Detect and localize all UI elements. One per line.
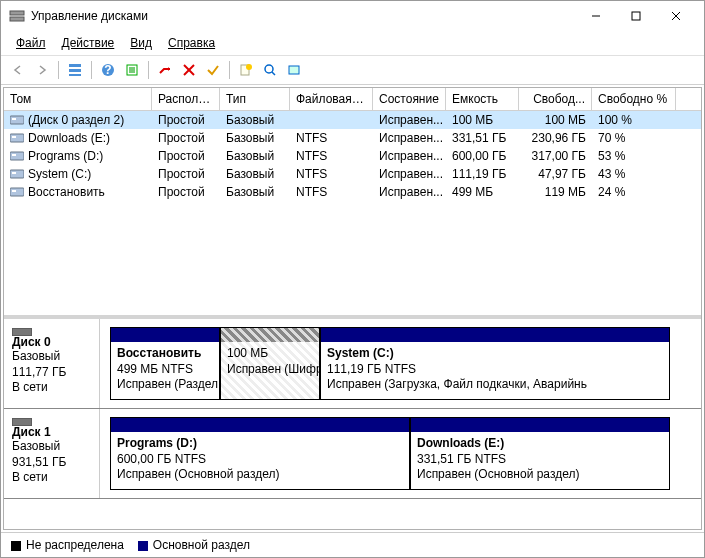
volume-state: Исправен... [373, 183, 446, 201]
disk-icon [12, 325, 32, 333]
drive-icon [10, 114, 24, 126]
col-capacity[interactable]: Емкость [446, 88, 519, 110]
partition-title: Downloads (E:) [417, 436, 504, 450]
volume-row[interactable]: ВосстановитьПростойБазовыйNTFSИсправен..… [4, 183, 701, 201]
drive-icon [10, 168, 24, 180]
partitions-container: Programs (D:)600,00 ГБ NTFSИсправен (Осн… [100, 409, 701, 498]
volume-free: 47,97 ГБ [519, 165, 592, 183]
disk-row: Диск 0Базовый111,77 ГБВ сетиВосстановить… [4, 319, 701, 409]
volume-name: Восстановить [28, 185, 105, 199]
disk-name: Диск 1 [12, 425, 91, 439]
menu-help[interactable]: Справка [161, 33, 222, 53]
disk-type: Базовый [12, 349, 91, 365]
volume-row[interactable]: (Диск 0 раздел 2)ПростойБазовыйИсправен.… [4, 111, 701, 129]
col-state[interactable]: Состояние [373, 88, 446, 110]
volume-row[interactable]: System (C:)ПростойБазовыйNTFSИсправен...… [4, 165, 701, 183]
help-icon[interactable]: ? [97, 59, 119, 81]
disk-size: 111,77 ГБ [12, 365, 91, 381]
volume-freepc: 70 % [592, 129, 676, 147]
col-filesystem[interactable]: Файловая с... [290, 88, 373, 110]
new-icon[interactable] [235, 59, 257, 81]
partition-header [321, 328, 669, 342]
volume-list[interactable]: Том Располо... Тип Файловая с... Состоян… [4, 88, 701, 319]
volume-capacity: 499 МБ [446, 183, 519, 201]
partition-status: Исправен (Загрузка, Файл подкачки, Авари… [327, 377, 587, 391]
volume-name: (Диск 0 раздел 2) [28, 113, 124, 127]
rescan-icon[interactable] [154, 59, 176, 81]
svg-rect-27 [12, 172, 16, 174]
svg-rect-3 [632, 12, 640, 20]
minimize-button[interactable] [576, 2, 616, 30]
disk-name: Диск 0 [12, 335, 91, 349]
volume-free: 119 МБ [519, 183, 592, 201]
partition-title: Programs (D:) [117, 436, 197, 450]
volume-type: Базовый [220, 183, 290, 201]
partition-header [221, 328, 319, 342]
col-type[interactable]: Тип [220, 88, 290, 110]
partition[interactable]: Programs (D:)600,00 ГБ NTFSИсправен (Осн… [110, 417, 410, 490]
col-freepc[interactable]: Свободно % [592, 88, 676, 110]
volume-freepc: 100 % [592, 111, 676, 129]
volume-state: Исправен... [373, 129, 446, 147]
partition-sub: 499 МБ NTFS [117, 362, 193, 376]
app-icon [9, 8, 25, 24]
volume-name: System (C:) [28, 167, 91, 181]
drive-icon [10, 186, 24, 198]
partition-status: Исправен (Основной раздел) [117, 467, 279, 481]
disk-type: Базовый [12, 439, 91, 455]
legend-primary-label: Основной раздел [153, 538, 250, 552]
toolbar: ? [1, 56, 704, 85]
legend: Не распределена Основной раздел [1, 532, 704, 557]
col-layout[interactable]: Располо... [152, 88, 220, 110]
volume-row[interactable]: Programs (D:)ПростойБазовыйNTFSИсправен.… [4, 147, 701, 165]
partition[interactable]: 100 МБИсправен (Шифр [220, 327, 320, 400]
volume-free: 317,00 ГБ [519, 147, 592, 165]
partition[interactable]: Восстановить499 МБ NTFSИсправен (Раздел … [110, 327, 220, 400]
drive-icon [10, 132, 24, 144]
volume-freepc: 53 % [592, 147, 676, 165]
volume-layout: Простой [152, 111, 220, 129]
svg-rect-7 [69, 69, 81, 72]
maximize-button[interactable] [616, 2, 656, 30]
col-free[interactable]: Свобод... [519, 88, 592, 110]
svg-text:?: ? [104, 63, 111, 77]
partition[interactable]: System (C:)111,19 ГБ NTFSИсправен (Загру… [320, 327, 670, 400]
volume-state: Исправен... [373, 111, 446, 129]
menu-view[interactable]: Вид [123, 33, 159, 53]
col-volume[interactable]: Том [4, 88, 152, 110]
partition-sub: 600,00 ГБ NTFS [117, 452, 206, 466]
volume-freepc: 24 % [592, 183, 676, 201]
forward-button [31, 59, 53, 81]
svg-rect-6 [69, 64, 81, 67]
svg-point-16 [246, 64, 252, 70]
tool-extra-icon[interactable] [283, 59, 305, 81]
check-icon[interactable] [202, 59, 224, 81]
svg-rect-8 [69, 74, 81, 76]
partition-header [111, 328, 219, 342]
disk-size: 931,51 ГБ [12, 455, 91, 471]
svg-rect-0 [10, 11, 24, 15]
volume-type: Базовый [220, 111, 290, 129]
disk-info[interactable]: Диск 0Базовый111,77 ГБВ сети [4, 319, 100, 408]
menu-action[interactable]: Действие [55, 33, 122, 53]
partition[interactable]: Downloads (E:)331,51 ГБ NTFSИсправен (Ос… [410, 417, 670, 490]
window-title: Управление дисками [31, 9, 576, 23]
search-icon[interactable] [259, 59, 281, 81]
volume-freepc: 43 % [592, 165, 676, 183]
volume-fs: NTFS [290, 147, 373, 165]
close-button[interactable] [656, 2, 696, 30]
volume-free: 100 МБ [519, 111, 592, 129]
volume-row[interactable]: Downloads (E:)ПростойБазовыйNTFSИсправен… [4, 129, 701, 147]
refresh-icon[interactable] [121, 59, 143, 81]
disk-info[interactable]: Диск 1Базовый931,51 ГБВ сети [4, 409, 100, 498]
volume-name: Downloads (E:) [28, 131, 110, 145]
svg-rect-25 [12, 154, 16, 156]
volume-name: Programs (D:) [28, 149, 103, 163]
disk-pane[interactable]: Диск 0Базовый111,77 ГБВ сетиВосстановить… [4, 319, 701, 529]
volume-capacity: 100 МБ [446, 111, 519, 129]
show-list-icon[interactable] [64, 59, 86, 81]
delete-icon[interactable] [178, 59, 200, 81]
menu-file[interactable]: Файл [9, 33, 53, 53]
disk-row: Диск 1Базовый931,51 ГБВ сетиPrograms (D:… [4, 409, 701, 499]
legend-unallocated-label: Не распределена [26, 538, 124, 552]
